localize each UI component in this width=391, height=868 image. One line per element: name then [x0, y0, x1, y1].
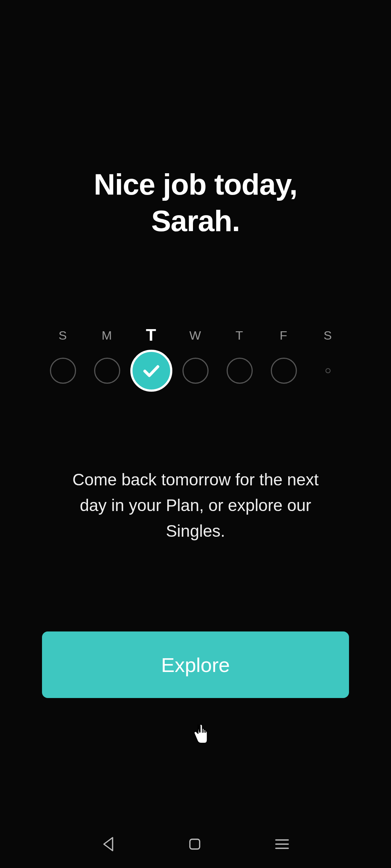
- day-wednesday: W: [182, 328, 209, 384]
- title-line-1: Nice job today,: [94, 168, 297, 201]
- day-label: M: [102, 328, 113, 342]
- day-saturday: S: [315, 328, 341, 384]
- day-label: F: [280, 328, 288, 342]
- system-nav-bar: [0, 826, 391, 862]
- day-indicator-empty: [94, 358, 120, 384]
- checkmark-icon: [142, 361, 161, 380]
- day-indicator-empty: [182, 358, 209, 384]
- nav-recent-button[interactable]: [275, 838, 289, 850]
- nav-home-button[interactable]: [188, 838, 201, 851]
- explore-button-label: Explore: [161, 653, 230, 677]
- hamburger-menu-icon: [275, 838, 289, 850]
- day-indicator-empty: [227, 358, 253, 384]
- triangle-back-icon: [102, 837, 115, 852]
- day-indicator-empty: [50, 358, 76, 384]
- explore-button[interactable]: Explore: [42, 631, 349, 698]
- title-line-2: Sarah.: [151, 204, 240, 237]
- svg-rect-0: [190, 839, 199, 849]
- instruction-text: Come back tomorrow for the next day in y…: [58, 467, 333, 544]
- day-indicator-complete: [130, 350, 172, 392]
- day-label: T: [146, 330, 157, 345]
- day-indicator-empty: [271, 358, 297, 384]
- square-home-icon: [188, 838, 201, 851]
- day-label: S: [59, 328, 68, 342]
- cursor-pointer-icon: [191, 723, 209, 744]
- nav-back-button[interactable]: [102, 837, 115, 852]
- day-monday: M: [94, 328, 120, 384]
- day-tuesday-active: T: [138, 330, 164, 384]
- day-thursday: T: [227, 328, 253, 384]
- week-progress-row: S M T W T F S: [0, 328, 391, 384]
- day-indicator-empty: [325, 368, 331, 373]
- day-sunday: S: [50, 328, 76, 384]
- day-friday: F: [271, 328, 297, 384]
- congrats-title: Nice job today, Sarah.: [94, 166, 297, 239]
- completion-screen: Nice job today, Sarah. S M T W T: [0, 0, 391, 868]
- day-label: S: [324, 328, 333, 342]
- day-label: T: [236, 328, 244, 342]
- day-label: W: [189, 328, 202, 342]
